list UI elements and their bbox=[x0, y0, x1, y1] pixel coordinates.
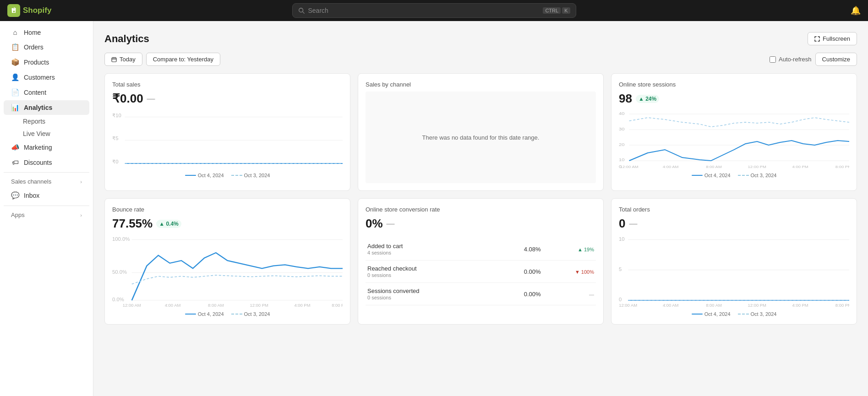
conversion-table: Added to cart 4 sessions 4.08% ▲ 19% Rea… bbox=[366, 238, 596, 305]
total-sales-legend: Oct 4, 2024 Oct 3, 2024 bbox=[112, 173, 343, 178]
customize-button[interactable]: Customize bbox=[815, 53, 857, 66]
sidebar-item-marketing[interactable]: 📣 Marketing bbox=[4, 140, 89, 155]
search-bar[interactable]: CTRL K bbox=[292, 3, 576, 18]
sidebar: ⌂ Home 📋 Orders 📦 Products 👤 Customers 📄… bbox=[0, 21, 93, 396]
conv-row-label-0: Added to cart bbox=[367, 243, 493, 250]
legend-item-date1: Oct 4, 2024 bbox=[185, 173, 224, 178]
total-sales-value: ₹0.00 — bbox=[112, 92, 343, 106]
sidebar-item-live-view[interactable]: Live View bbox=[4, 128, 89, 140]
sidebar-section-apps[interactable]: Apps › bbox=[4, 209, 89, 221]
sidebar-item-reports[interactable]: Reports bbox=[4, 115, 89, 127]
online-sessions-legend: Oct 4, 2024 Oct 3, 2024 bbox=[619, 173, 849, 178]
sidebar-label-content: Content bbox=[24, 89, 46, 96]
legend-date2: Oct 3, 2024 bbox=[244, 311, 270, 317]
legend-item-date1: Oct 4, 2024 bbox=[692, 311, 731, 317]
svg-rect-3 bbox=[112, 58, 116, 62]
compare-filter-button[interactable]: Compare to: Yesterday bbox=[146, 53, 220, 66]
table-row: Added to cart 4 sessions 4.08% ▲ 19% bbox=[366, 238, 596, 260]
sidebar-divider-2 bbox=[4, 206, 89, 206]
page-header: Analytics Fullscreen bbox=[104, 32, 857, 45]
table-row: Sessions converted 0 sessions 0.00% — bbox=[366, 283, 596, 305]
conv-row-sub-1: 0 sessions bbox=[367, 272, 493, 278]
conv-row-rate-2: 0.00% bbox=[495, 283, 542, 305]
conv-row-change-2: — bbox=[589, 292, 594, 297]
svg-text:8:00 AM: 8:00 AM bbox=[706, 165, 722, 169]
legend-item-date1: Oct 4, 2024 bbox=[185, 311, 224, 317]
legend-item-date2: Oct 3, 2024 bbox=[231, 173, 270, 178]
svg-text:12:00 PM: 12:00 PM bbox=[748, 303, 766, 308]
bounce-rate-card: Bounce rate 77.55% ▲ 0.4% 100.0% 50.0% 0… bbox=[104, 198, 350, 325]
sidebar-label-customers: Customers bbox=[24, 74, 55, 81]
filter-row: Today Compare to: Yesterday Auto-refresh… bbox=[104, 53, 857, 66]
auto-refresh-checkbox[interactable] bbox=[770, 56, 776, 63]
online-sessions-title: Online store sessions bbox=[619, 81, 849, 88]
total-sales-card: Total sales ₹0.00 — ₹10 ₹5 ₹0 bbox=[104, 73, 350, 191]
total-orders-chart: 10 5 0 12:00 AM 4:00 AM 8:00 AM bbox=[619, 234, 849, 308]
svg-text:100.0%: 100.0% bbox=[112, 236, 130, 241]
analytics-icon: 📊 bbox=[11, 103, 19, 112]
sidebar-item-products[interactable]: 📦 Products bbox=[4, 55, 89, 70]
shopify-logo[interactable]: shopify bbox=[7, 4, 51, 17]
sidebar-item-inbox[interactable]: 💬 Inbox bbox=[4, 188, 89, 203]
calendar-icon bbox=[111, 57, 117, 62]
filter-left: Today Compare to: Yesterday bbox=[104, 53, 220, 66]
svg-text:12:00 AM: 12:00 AM bbox=[620, 165, 639, 169]
sidebar-item-home[interactable]: ⌂ Home bbox=[4, 25, 89, 39]
bounce-rate-value: 77.55% ▲ 0.4% bbox=[112, 217, 343, 231]
svg-text:4:00 AM: 4:00 AM bbox=[158, 168, 175, 169]
legend-item-date1: Oct 4, 2024 bbox=[692, 173, 731, 178]
conversion-rate-card: Online store conversion rate 0% — Added … bbox=[358, 198, 604, 325]
conv-row-change-0: ▲ 19% bbox=[578, 247, 594, 252]
customize-label: Customize bbox=[822, 56, 850, 63]
svg-text:8:00 AM: 8:00 AM bbox=[706, 303, 722, 308]
content-area: Analytics Fullscreen Today bbox=[93, 21, 868, 396]
sidebar-label-products: Products bbox=[24, 59, 49, 66]
filter-right: Auto-refresh Customize bbox=[770, 53, 857, 66]
logo-text: shopify bbox=[23, 6, 51, 15]
svg-text:40: 40 bbox=[619, 111, 625, 116]
svg-text:4:00 PM: 4:00 PM bbox=[284, 168, 301, 169]
compare-label: Compare to: Yesterday bbox=[153, 56, 213, 63]
sidebar-item-analytics[interactable]: 📊 Analytics bbox=[4, 100, 89, 115]
today-label: Today bbox=[120, 56, 136, 63]
sidebar-item-orders[interactable]: 📋 Orders bbox=[4, 40, 89, 54]
main-layout: ⌂ Home 📋 Orders 📦 Products 👤 Customers 📄… bbox=[0, 21, 868, 396]
apps-chevron: › bbox=[80, 212, 82, 218]
page-title: Analytics bbox=[104, 33, 149, 45]
legend-date1: Oct 4, 2024 bbox=[704, 311, 731, 317]
legend-date1: Oct 4, 2024 bbox=[704, 173, 731, 178]
bell-icon: 🔔 bbox=[851, 6, 861, 15]
conversion-rate-title: Online store conversion rate bbox=[366, 206, 596, 213]
sales-by-channel-empty: There was no data found for this date ra… bbox=[366, 92, 596, 183]
total-orders-value: 0 — bbox=[619, 217, 849, 231]
svg-text:₹10: ₹10 bbox=[112, 113, 121, 118]
orders-icon: 📋 bbox=[11, 43, 19, 51]
fullscreen-button[interactable]: Fullscreen bbox=[808, 32, 857, 45]
legend-item-date2: Oct 3, 2024 bbox=[231, 311, 270, 317]
conv-row-rate-0: 4.08% bbox=[495, 238, 542, 260]
dashboard-grid: Total sales ₹0.00 — ₹10 ₹5 ₹0 bbox=[104, 73, 857, 325]
today-filter-button[interactable]: Today bbox=[104, 53, 142, 66]
auto-refresh-toggle[interactable]: Auto-refresh bbox=[770, 56, 812, 63]
auto-refresh-label: Auto-refresh bbox=[779, 56, 812, 63]
svg-text:12:00 PM: 12:00 PM bbox=[241, 168, 261, 169]
customers-icon: 👤 bbox=[11, 73, 19, 81]
svg-text:12:00 AM: 12:00 AM bbox=[115, 168, 134, 169]
sidebar-item-customers[interactable]: 👤 Customers bbox=[4, 70, 89, 85]
sidebar-item-content[interactable]: 📄 Content bbox=[4, 85, 89, 100]
marketing-icon: 📣 bbox=[11, 143, 19, 152]
conv-row-label-2: Sessions converted bbox=[367, 288, 493, 294]
search-input[interactable] bbox=[308, 7, 540, 14]
legend-item-date2: Oct 3, 2024 bbox=[738, 173, 777, 178]
total-orders-title: Total orders bbox=[619, 206, 849, 213]
notification-bell[interactable]: 🔔 bbox=[851, 5, 861, 16]
svg-text:12:00 AM: 12:00 AM bbox=[123, 303, 141, 308]
svg-text:₹0: ₹0 bbox=[112, 159, 119, 164]
sidebar-section-sales-channels[interactable]: Sales channels › bbox=[4, 175, 89, 188]
online-sessions-badge: ▲ 24% bbox=[636, 95, 659, 103]
svg-text:12:00 PM: 12:00 PM bbox=[748, 165, 766, 169]
total-orders-legend: Oct 4, 2024 Oct 3, 2024 bbox=[619, 311, 849, 317]
sidebar-item-discounts[interactable]: 🏷 Discounts bbox=[4, 155, 89, 169]
svg-text:8:00 AM: 8:00 AM bbox=[208, 303, 224, 308]
sidebar-label-reports: Reports bbox=[23, 118, 45, 125]
